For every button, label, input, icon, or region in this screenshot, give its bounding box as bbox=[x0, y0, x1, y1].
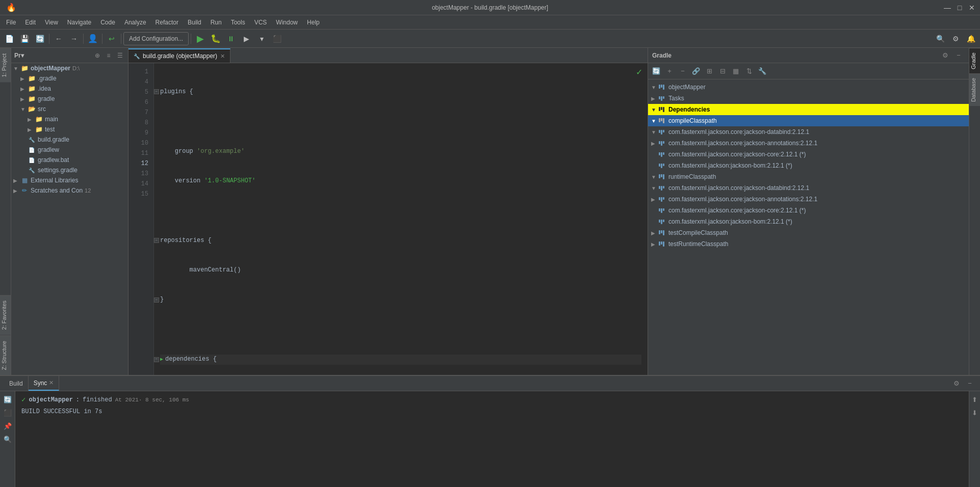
config-btn[interactable]: Add Configuration... bbox=[123, 32, 189, 45]
tree-gradle-dir[interactable]: ▶ 📁 gradle bbox=[11, 94, 128, 104]
fold-10[interactable]: − bbox=[154, 297, 159, 303]
tree-gradlew-bat[interactable]: ▶ 📄 gradlew.bat bbox=[11, 155, 128, 165]
bp-minimize-btn[interactable]: − bbox=[964, 377, 976, 390]
bp-settings-btn[interactable]: ⚙ bbox=[950, 377, 963, 390]
fold-1[interactable]: − bbox=[154, 89, 159, 94]
gradle-runtime-cp[interactable]: ▼ runtimeClasspath bbox=[648, 171, 969, 182]
tree-scratches[interactable]: ▶ ✏ Scratches and Con 12 bbox=[11, 185, 128, 196]
gradle-dep-core-2[interactable]: ▶ com.fasterxml.jackson.core:jackson-cor… bbox=[648, 205, 969, 216]
maximize-btn[interactable]: □ bbox=[956, 4, 964, 12]
gradle-test-compile-cp[interactable]: ▶ testCompileClasspath bbox=[648, 227, 969, 238]
menu-edit[interactable]: Edit bbox=[21, 18, 40, 27]
scope-btn[interactable]: ⊕ bbox=[92, 50, 102, 61]
gradle-collapse-all-btn[interactable]: ⊟ bbox=[716, 65, 729, 77]
gradle-dep-annotations-2[interactable]: ▶ com.fasterxml.jackson.core:jackson-ann… bbox=[648, 194, 969, 205]
tree-build-gradle[interactable]: ▶ 🔧 build.gradle bbox=[11, 134, 128, 145]
tree-idea[interactable]: ▶ 📁 .idea bbox=[11, 84, 128, 94]
tree-gradlew[interactable]: ▶ 📄 gradlew bbox=[11, 145, 128, 155]
menu-run[interactable]: Run bbox=[207, 18, 226, 27]
debug-btn[interactable]: 🐛 bbox=[209, 32, 223, 46]
gradle-dep-bom-2[interactable]: ▶ com.fasterxml.jackson:jackson-bom:2.12… bbox=[648, 216, 969, 227]
gradle-test-runtime-cp[interactable]: ▶ testRuntimeClasspath bbox=[648, 238, 969, 250]
left-tab-structure[interactable]: Z: Structure bbox=[0, 335, 11, 375]
user-btn[interactable]: 👤 bbox=[86, 32, 100, 46]
stop-btn[interactable]: ⬛ bbox=[270, 32, 284, 46]
sync-btn[interactable]: 🔄 bbox=[33, 32, 47, 46]
run-btn[interactable]: ▶ bbox=[193, 32, 208, 46]
tree-gradle-hidden[interactable]: ▶ 📁 .gradle bbox=[11, 73, 128, 84]
gradle-dep-databind-1[interactable]: ▼ com.fasterxml.jackson.core:jackson-dat… bbox=[648, 126, 969, 138]
gradle-expand-all-btn[interactable]: ⊞ bbox=[703, 65, 715, 77]
tree-test[interactable]: ▶ 📁 test bbox=[11, 124, 128, 134]
gradle-remove-btn[interactable]: − bbox=[677, 65, 689, 77]
menu-refactor[interactable]: Refactor bbox=[151, 18, 183, 27]
gradle-sort-btn[interactable]: ⇅ bbox=[743, 65, 755, 77]
fold-12[interactable]: − bbox=[154, 357, 159, 362]
menu-window[interactable]: Window bbox=[272, 18, 302, 27]
profile-btn[interactable]: ⏸ bbox=[224, 32, 238, 46]
gradle-tasks[interactable]: ▶ Tasks bbox=[648, 93, 969, 104]
more-run-btn[interactable]: ▾ bbox=[254, 32, 269, 46]
right-tab-gradle[interactable]: Gradle bbox=[969, 48, 980, 73]
code-area[interactable]: − plugins { group 'org.example' version … bbox=[154, 63, 648, 375]
settings-btn[interactable]: ⚙ bbox=[948, 32, 963, 46]
tab-build-gradle[interactable]: 🔧 build.gradle (objectMapper) ✕ bbox=[128, 48, 230, 63]
menu-file[interactable]: File bbox=[2, 18, 20, 27]
tree-src[interactable]: ▼ 📂 src bbox=[11, 104, 128, 114]
tree-settings-gradle[interactable]: ▶ 🔧 settings.gradle bbox=[11, 165, 128, 175]
search-btn[interactable]: 🔍 bbox=[933, 32, 947, 46]
build-restart-btn[interactable]: 🔄 bbox=[2, 393, 14, 405]
gradle-wrench-btn[interactable]: 🔧 bbox=[756, 65, 768, 77]
menu-code[interactable]: Code bbox=[96, 18, 119, 27]
gradle-settings-btn[interactable]: ⚙ bbox=[939, 49, 951, 62]
gradle-add-btn[interactable]: + bbox=[663, 65, 676, 77]
menu-build[interactable]: Build bbox=[184, 18, 205, 27]
build-stop-btn[interactable]: ⬛ bbox=[2, 407, 14, 419]
fold-8[interactable]: − bbox=[154, 238, 159, 243]
gradle-compile-cp[interactable]: ▼ compileClasspath bbox=[648, 115, 969, 126]
back-btn[interactable]: ← bbox=[51, 32, 66, 46]
minimize-btn[interactable]: — bbox=[943, 4, 951, 12]
menu-help[interactable]: Help bbox=[303, 18, 324, 27]
sync-close[interactable]: ✕ bbox=[49, 380, 54, 386]
code-line-11 bbox=[160, 324, 641, 335]
notifications-btn[interactable]: 🔔 bbox=[964, 32, 978, 46]
br-btn-1[interactable]: ⬆ bbox=[969, 393, 981, 405]
gradle-root[interactable]: ▼ objectMapper bbox=[648, 82, 969, 93]
menu-vcs[interactable]: VCS bbox=[250, 18, 271, 27]
gradle-dep-core-1[interactable]: ▶ com.fasterxml.jackson.core:jackson-cor… bbox=[648, 149, 969, 160]
coverage-btn[interactable]: ▶ bbox=[239, 32, 253, 46]
tab-close[interactable]: ✕ bbox=[220, 53, 225, 60]
gradle-refresh-btn[interactable]: 🔄 bbox=[650, 65, 662, 77]
menu-tools[interactable]: Tools bbox=[227, 18, 249, 27]
left-tab-project[interactable]: 1: Project bbox=[0, 48, 11, 82]
gradle-group-btn[interactable]: ▦ bbox=[730, 65, 742, 77]
br-btn-2[interactable]: ⬇ bbox=[969, 407, 981, 419]
gradle-dep-bom-1[interactable]: ▶ com.fasterxml.jackson:jackson-bom:2.12… bbox=[648, 160, 969, 171]
gradle-dependencies[interactable]: ▼ Dependencies bbox=[648, 104, 969, 115]
menu-analyze[interactable]: Analyze bbox=[120, 18, 150, 27]
settings-panel-btn[interactable]: ☰ bbox=[115, 50, 125, 61]
right-tab-database[interactable]: Database bbox=[969, 73, 980, 106]
gradle-dep-annotations-1[interactable]: ▶ com.fasterxml.jackson.core:jackson-ann… bbox=[648, 138, 969, 149]
menu-view[interactable]: View bbox=[41, 18, 62, 27]
fwd-btn[interactable]: → bbox=[67, 32, 81, 46]
close-btn[interactable]: ✕ bbox=[968, 4, 976, 12]
left-tab-favorites[interactable]: 2: Favorites bbox=[0, 295, 11, 335]
undo-btn[interactable]: ↩ bbox=[105, 32, 119, 46]
gradle-link-btn[interactable]: 🔗 bbox=[690, 65, 702, 77]
gradle-minimize-btn[interactable]: − bbox=[952, 49, 965, 62]
tab-build[interactable]: Build bbox=[4, 376, 29, 391]
gradle-dep-databind-2[interactable]: ▼ com.fasterxml.jackson.core:jackson-dat… bbox=[648, 182, 969, 194]
tree-ext-libs[interactable]: ▶ ▦ External Libraries bbox=[11, 175, 128, 185]
tab-sync[interactable]: Sync ✕ bbox=[29, 376, 60, 391]
build-search-btn[interactable]: 🔍 bbox=[2, 433, 14, 445]
menu-navigate[interactable]: Navigate bbox=[63, 18, 95, 27]
tree-main[interactable]: ▶ 📁 main bbox=[11, 114, 128, 124]
tree-root[interactable]: ▼ 📁 objectMapper D:\ bbox=[11, 63, 128, 73]
new-file-btn[interactable]: 📄 bbox=[2, 32, 16, 46]
collapse-btn[interactable]: ≡ bbox=[104, 50, 114, 61]
save-btn[interactable]: 💾 bbox=[17, 32, 32, 46]
build-pin-btn[interactable]: 📌 bbox=[2, 420, 14, 432]
toolbar: 📄 💾 🔄 ← → 👤 ↩ Add Configuration... ▶ 🐛 ⏸… bbox=[0, 30, 980, 48]
